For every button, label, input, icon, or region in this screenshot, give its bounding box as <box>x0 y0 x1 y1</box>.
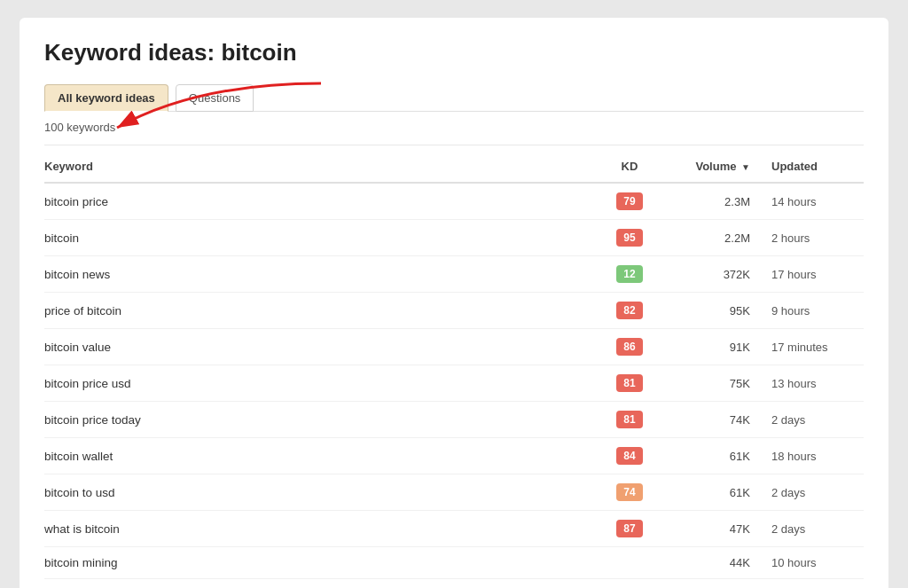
updated-cell: a day <box>757 579 864 589</box>
keyword-cell[interactable]: bitcoin value <box>44 329 598 365</box>
updated-cell: 2 days <box>757 474 864 511</box>
kd-badge: 84 <box>616 447 643 465</box>
keyword-cell[interactable]: bitcoin cash <box>44 579 598 589</box>
volume-cell: 43K <box>669 579 757 589</box>
kd-cell <box>598 547 669 579</box>
keyword-cell[interactable]: bitcoin wallet <box>44 438 598 474</box>
kd-cell: 84 <box>598 438 669 474</box>
kd-cell: 86 <box>598 329 669 365</box>
page-title: Keyword ideas: bitcoin <box>44 39 864 67</box>
col-header-kd: KD <box>598 149 669 183</box>
table-row: bitcoin value8691K17 minutes <box>44 329 864 365</box>
tabs-row: All keyword ideas Questions <box>44 84 864 112</box>
table-row: price of bitcoin8295K9 hours <box>44 293 864 329</box>
kd-badge: 74 <box>616 483 643 501</box>
updated-cell: 2 hours <box>757 220 864 256</box>
keywords-count: 100 keywords <box>44 112 864 145</box>
volume-cell: 95K <box>669 293 757 329</box>
table-row: bitcoin to usd7461K2 days <box>44 474 864 511</box>
kd-badge: 79 <box>616 192 643 210</box>
kd-cell: 81 <box>598 365 669 402</box>
kd-badge: 87 <box>616 520 643 537</box>
kd-cell: 87 <box>598 511 669 547</box>
sort-arrow-icon: ▼ <box>741 162 750 172</box>
kd-badge: 82 <box>616 302 643 319</box>
table-row: bitcoin price usd8175K13 hours <box>44 365 864 402</box>
kd-badge: 12 <box>616 265 643 283</box>
updated-cell: 13 hours <box>757 365 864 402</box>
col-header-updated: Updated <box>757 149 864 183</box>
kd-cell <box>598 579 669 589</box>
table-row: bitcoin mining44K10 hours <box>44 547 864 579</box>
updated-cell: 2 days <box>757 402 864 438</box>
keyword-cell[interactable]: bitcoin to usd <box>44 474 598 511</box>
volume-cell: 372K <box>669 256 757 293</box>
volume-cell: 61K <box>669 438 757 474</box>
kd-cell: 12 <box>598 256 669 293</box>
tab-questions[interactable]: Questions <box>176 84 254 112</box>
kd-badge: 81 <box>616 411 643 428</box>
updated-cell: 2 days <box>757 511 864 547</box>
table-row: bitcoin news12372K17 hours <box>44 256 864 293</box>
col-header-keyword: Keyword <box>44 149 598 183</box>
table-row: bitcoin952.2M2 hours <box>44 220 864 256</box>
keyword-cell[interactable]: bitcoin news <box>44 256 598 293</box>
tab-all-keyword-ideas[interactable]: All keyword ideas <box>44 84 168 112</box>
keyword-cell[interactable]: bitcoin price <box>44 183 598 220</box>
col-header-volume[interactable]: Volume ▼ <box>669 149 757 183</box>
volume-cell: 47K <box>669 511 757 547</box>
main-container: Keyword ideas: bitcoin All keyword ideas… <box>20 18 888 588</box>
table-row: bitcoin price792.3M14 hours <box>44 183 864 220</box>
volume-cell: 2.3M <box>669 183 757 220</box>
table-row: bitcoin wallet8461K18 hours <box>44 438 864 474</box>
keywords-table: Keyword KD Volume ▼ Updated bitcoin pric… <box>44 149 864 588</box>
updated-cell: 17 hours <box>757 256 864 293</box>
volume-cell: 61K <box>669 474 757 511</box>
updated-cell: 17 minutes <box>757 329 864 365</box>
kd-cell: 81 <box>598 402 669 438</box>
kd-cell: 74 <box>598 474 669 511</box>
volume-cell: 91K <box>669 329 757 365</box>
keyword-cell[interactable]: what is bitcoin <box>44 511 598 547</box>
updated-cell: 14 hours <box>757 183 864 220</box>
volume-cell: 74K <box>669 402 757 438</box>
table-row: bitcoin price today8174K2 days <box>44 402 864 438</box>
kd-badge: 86 <box>616 338 643 356</box>
kd-cell: 82 <box>598 293 669 329</box>
updated-cell: 9 hours <box>757 293 864 329</box>
keyword-cell[interactable]: bitcoin <box>44 220 598 256</box>
volume-cell: 2.2M <box>669 220 757 256</box>
updated-cell: 10 hours <box>757 547 864 579</box>
volume-cell: 44K <box>669 547 757 579</box>
kd-badge: 81 <box>616 374 643 392</box>
kd-badge: 95 <box>616 229 643 247</box>
updated-cell: 18 hours <box>757 438 864 474</box>
keyword-cell[interactable]: bitcoin price today <box>44 402 598 438</box>
table-row: what is bitcoin8747K2 days <box>44 511 864 547</box>
kd-cell: 79 <box>598 183 669 220</box>
kd-cell: 95 <box>598 220 669 256</box>
keyword-cell[interactable]: bitcoin mining <box>44 547 598 579</box>
table-row: bitcoin cash43Ka day <box>44 579 864 589</box>
keyword-cell[interactable]: price of bitcoin <box>44 293 598 329</box>
volume-cell: 75K <box>669 365 757 402</box>
keyword-cell[interactable]: bitcoin price usd <box>44 365 598 402</box>
